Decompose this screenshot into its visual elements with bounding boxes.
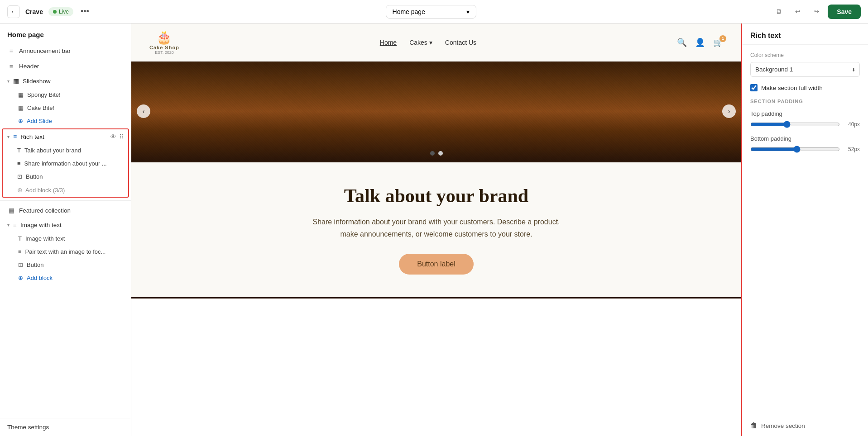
account-icon[interactable]: 👤 <box>695 38 705 47</box>
cart-icon[interactable]: 🛒1 <box>713 38 723 47</box>
save-button[interactable]: Save <box>828 5 861 19</box>
topbar-right: 🖥 ↩ ↪ Save <box>771 4 861 19</box>
drag-icon[interactable]: ⠿ <box>119 133 124 140</box>
sidebar-item-slideshow[interactable]: ▾ ▦ Slideshow <box>0 74 131 88</box>
back-button[interactable]: ← <box>7 5 20 18</box>
full-width-row: Make section full width <box>750 84 860 91</box>
color-scheme-label: Color scheme <box>750 52 860 58</box>
image-with-text-chevron: ▾ <box>7 223 10 227</box>
rich-text-button[interactable]: Button label <box>399 254 474 275</box>
topbar: ← Crave Live ••• Home page ▾ 🖥 ↩ ↪ Save <box>0 0 868 24</box>
header-icon: ≡ <box>7 62 15 70</box>
live-label: Live <box>59 9 69 15</box>
sidebar-add-block-iwt[interactable]: ⊕ Add block <box>0 271 131 284</box>
rt-child-text[interactable]: ≡ Share information about your ... <box>3 157 128 170</box>
rt-child-heading[interactable]: T Talk about your brand <box>3 144 128 157</box>
slideshow-chevron: ▾ <box>7 79 10 84</box>
sidebar-child-image-with-text-heading[interactable]: T Image with text <box>0 232 131 245</box>
sidebar-child-image-with-text-button[interactable]: ⊡ Button <box>0 258 131 271</box>
slideshow-dot-1[interactable] <box>430 151 435 156</box>
sidebar-item-label: Slideshow <box>23 78 51 85</box>
undo-button[interactable]: ↩ <box>790 4 805 19</box>
nav-link-home[interactable]: Home <box>380 39 397 46</box>
sidebar-rich-text-section: ▾ ≡ Rich text 👁 ⠿ T Talk about your bran… <box>2 128 129 198</box>
sidebar-item-announcement-bar[interactable]: ≡ Announcement bar <box>0 43 131 58</box>
top-padding-label: Top padding <box>750 110 860 117</box>
sidebar-rich-text-header[interactable]: ▾ ≡ Rich text 👁 ⠿ <box>3 129 128 144</box>
sidebar-item-image-with-text[interactable]: ▾ ≡ Image with text <box>0 218 131 232</box>
redo-button[interactable]: ↪ <box>809 4 824 19</box>
cakes-chevron: ▾ <box>429 39 432 46</box>
announcement-bar-icon: ≡ <box>7 47 15 55</box>
iwt-child-label: Pair text with an image to foc... <box>25 248 106 255</box>
page-selector[interactable]: Home page ▾ <box>386 5 476 19</box>
rich-text-content: Talk about your brand Share information … <box>131 162 741 297</box>
iwt-child-label: Image with text <box>25 235 65 242</box>
button-icon: ⊡ <box>17 173 22 180</box>
rt-child-label: Button <box>26 173 43 180</box>
rt-child-label: Talk about your brand <box>24 147 81 154</box>
sidebar-item-featured-collection[interactable]: ▦ Featured collection <box>0 203 131 218</box>
rt-header-icons: 👁 ⠿ <box>110 133 124 140</box>
bottom-padding-value: 52px <box>844 146 860 152</box>
monitor-button[interactable]: 🖥 <box>771 4 786 19</box>
sidebar: Home page ≡ Announcement bar ≡ Header ▾ … <box>0 24 131 436</box>
sidebar-item-label: Header <box>19 63 39 70</box>
slide1-label: Spongy Bite! <box>27 91 61 98</box>
right-panel-title: Rich text <box>742 24 868 45</box>
store-name: Crave <box>25 8 43 15</box>
slide2-icon: ▦ <box>18 104 24 111</box>
iwt-child-label: Button <box>27 261 44 268</box>
sidebar-child-image-with-text-text[interactable]: ≡ Pair text with an image to foc... <box>0 245 131 258</box>
top-padding-slider[interactable] <box>750 121 840 128</box>
live-dot <box>53 10 57 14</box>
color-scheme-select[interactable]: Background 1 Background 2 Accent 1 Accen… <box>750 62 860 77</box>
sidebar-child-cake-bite[interactable]: ▦ Cake Bite! <box>0 101 131 114</box>
bottom-padding-slider[interactable] <box>750 146 840 153</box>
store-nav-icons: 🔍 👤 🛒1 <box>677 38 723 47</box>
sidebar-child-spongy-bite[interactable]: ▦ Spongy Bite! <box>0 88 131 101</box>
remove-section-footer[interactable]: 🗑 Remove section <box>742 415 868 436</box>
right-panel: Rich text Color scheme Background 1 Back… <box>741 24 868 436</box>
eye-icon[interactable]: 👁 <box>110 133 116 140</box>
back-icon: ← <box>10 8 16 15</box>
slideshow-prev[interactable]: ‹ <box>137 104 150 118</box>
rich-text-heading: Talk about your brand <box>149 185 723 207</box>
rich-text-chevron: ▾ <box>7 134 10 139</box>
live-badge: Live <box>48 7 73 16</box>
full-width-label: Make section full width <box>761 85 823 91</box>
nav-link-contact[interactable]: Contact Us <box>445 39 476 46</box>
page-select-chevron: ▾ <box>466 8 470 15</box>
full-width-checkbox[interactable] <box>750 84 758 91</box>
sidebar-item-label: Featured collection <box>19 207 71 214</box>
rich-text-title: Rich text <box>20 133 106 140</box>
color-scheme-wrapper: Background 1 Background 2 Accent 1 Accen… <box>750 62 860 77</box>
right-panel-body: Color scheme Background 1 Background 2 A… <box>742 45 868 415</box>
rich-text-body: Share information about your brand with … <box>305 216 568 240</box>
bottom-padding-row: 52px <box>750 146 860 153</box>
rich-text-section-icon: ≡ <box>13 133 17 140</box>
iwt-heading-icon: T <box>18 235 22 242</box>
slideshow-next[interactable]: › <box>722 104 736 118</box>
add-slide-label: Add Slide <box>27 118 52 124</box>
slideshow-texture <box>131 62 741 161</box>
add-block-icon: ⊕ <box>17 186 23 194</box>
sidebar-item-header[interactable]: ≡ Header <box>0 58 131 74</box>
slideshow-dot-2[interactable] <box>438 151 443 156</box>
sidebar-title: Home page <box>0 24 131 43</box>
store-nav: 🎂 Cake Shop EST. 2020 Home Cakes ▾ Conta… <box>131 24 741 62</box>
sidebar-divider <box>0 200 131 201</box>
iwt-text-icon: ≡ <box>18 248 22 255</box>
top-padding-value: 40px <box>844 121 860 128</box>
more-options-button[interactable]: ••• <box>79 5 91 18</box>
sidebar-theme-settings[interactable]: Theme settings <box>0 418 131 436</box>
iwt-button-icon: ⊡ <box>18 261 23 268</box>
rt-child-button[interactable]: ⊡ Button <box>3 170 128 183</box>
canvas-inner: 🎂 Cake Shop EST. 2020 Home Cakes ▾ Conta… <box>131 24 741 436</box>
top-padding-row: 40px <box>750 121 860 128</box>
sidebar-add-slide[interactable]: ⊕ Add Slide <box>0 114 131 128</box>
search-icon[interactable]: 🔍 <box>677 38 687 47</box>
iwt-add-icon: ⊕ <box>18 275 23 281</box>
nav-link-cakes[interactable]: Cakes ▾ <box>409 39 432 46</box>
trash-icon: 🗑 <box>750 422 758 430</box>
